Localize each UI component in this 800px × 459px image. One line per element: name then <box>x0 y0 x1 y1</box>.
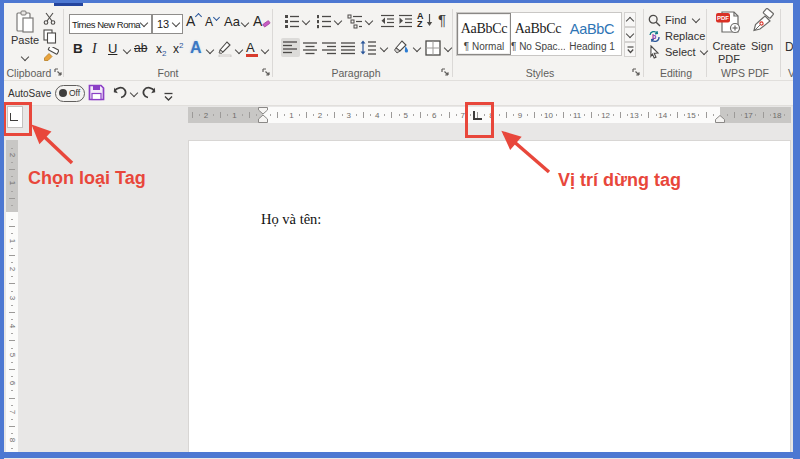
ruler-dot <box>227 114 228 116</box>
highlight-button[interactable] <box>217 40 233 57</box>
style-normal[interactable]: AaBbCc ¶ Normal <box>457 13 511 55</box>
justify-button[interactable] <box>341 41 356 54</box>
indent-markers[interactable] <box>257 107 269 123</box>
clear-formatting-button[interactable]: A <box>253 13 270 32</box>
font-name-combo[interactable]: Times New Roma <box>69 14 152 34</box>
show-marks-button[interactable]: ¶ <box>438 11 450 29</box>
line-spacing-button[interactable] <box>360 40 377 55</box>
more-styles-icon <box>627 46 634 54</box>
subscript-button[interactable]: x2 <box>156 42 170 58</box>
ruler-dot <box>342 114 343 116</box>
font-dialog-launcher[interactable] <box>262 68 271 77</box>
underline-button[interactable]: U <box>108 41 119 57</box>
copy-button[interactable] <box>43 29 58 44</box>
multilevel-list-button[interactable] <box>347 13 363 29</box>
window-border-left <box>0 0 4 459</box>
ruler-dot <box>613 114 614 116</box>
undo-button[interactable] <box>112 85 128 100</box>
qat-overflow-button[interactable] <box>163 88 174 98</box>
replace-label: Replace <box>665 30 705 42</box>
ruler-dot <box>627 114 628 116</box>
superscript-button[interactable]: x2 <box>173 41 187 57</box>
create-pdf-button[interactable]: PDF CreatePDF <box>712 8 746 64</box>
ruler-dot <box>370 114 371 116</box>
ruler-tick <box>534 112 535 118</box>
replace-icon-letter: b <box>652 33 656 40</box>
ruler-dot <box>413 114 414 116</box>
increase-indent-button[interactable] <box>398 13 413 29</box>
bold-button[interactable]: B <box>73 41 85 57</box>
align-center-button[interactable] <box>303 41 318 54</box>
style-heading1[interactable]: AaBbC Heading 1 <box>565 13 619 55</box>
align-right-button[interactable] <box>322 41 337 54</box>
ruler-dot <box>327 114 328 116</box>
replace-button[interactable]: b Replace <box>648 29 705 43</box>
ruler-dot <box>527 114 528 116</box>
ruler-number: 7 <box>7 407 17 417</box>
strikethrough-glyph: ab <box>134 41 147 55</box>
shrink-font-button[interactable]: A <box>205 15 220 31</box>
font-size-combo[interactable]: 13 <box>152 14 183 34</box>
styles-more-button[interactable] <box>624 42 636 57</box>
paste-button[interactable]: Paste <box>10 10 40 62</box>
ruler-dot <box>299 114 300 116</box>
ruler-dot <box>441 114 442 116</box>
cursor-icon <box>648 45 660 59</box>
numbering-button[interactable] <box>316 13 332 29</box>
find-button[interactable]: Find <box>648 13 699 27</box>
underline-glyph: U <box>108 41 117 56</box>
select-dropdown-icon <box>699 47 707 55</box>
font-color-button[interactable]: A <box>246 40 259 57</box>
ruler-number: 4 <box>7 321 17 331</box>
change-case-button[interactable]: Aa <box>224 14 248 32</box>
ruler-dot <box>11 262 13 263</box>
group-divider <box>63 9 64 77</box>
ruler-dot <box>270 114 271 116</box>
window-border-bottom <box>0 452 800 458</box>
cut-button[interactable] <box>43 11 57 24</box>
align-left-button[interactable] <box>281 38 300 57</box>
decrease-indent-button[interactable] <box>380 13 395 29</box>
numbering-icon <box>316 13 332 29</box>
text-effects-button[interactable]: A <box>190 39 205 57</box>
ruler-dot <box>456 114 457 116</box>
shading-button[interactable] <box>392 39 410 56</box>
style-no-spacing[interactable]: AaBbCc ¶ No Spac... <box>511 13 565 55</box>
save-button[interactable] <box>88 84 105 101</box>
ruler-number: 9 <box>515 111 525 121</box>
ruler-number: 5 <box>7 350 17 360</box>
ruler-tick <box>706 112 707 118</box>
sort-button[interactable]: A Z <box>417 12 433 29</box>
page[interactable] <box>188 140 791 454</box>
styles-gallery: AaBbCc ¶ Normal AaBbCc ¶ No Spac... AaBb… <box>456 12 622 56</box>
grow-font-button[interactable]: A <box>186 13 202 31</box>
styles-scroll-up-button[interactable] <box>624 12 636 27</box>
paragraph-group-label: Paragraph <box>308 67 404 79</box>
ruler-dot <box>741 114 742 116</box>
annotation-tab-stop: Vị trí dừng tag <box>558 170 681 191</box>
style-heading1-name: Heading 1 <box>565 41 619 52</box>
format-painter-button[interactable] <box>43 47 59 63</box>
clipboard-dialog-launcher[interactable] <box>54 68 63 77</box>
bullets-button[interactable] <box>284 13 300 29</box>
paragraph-dialog-launcher[interactable] <box>441 68 450 77</box>
ruler-dot <box>499 114 500 116</box>
ruler-dot <box>11 405 13 406</box>
strikethrough-button[interactable]: ab <box>134 41 152 57</box>
right-indent-marker[interactable] <box>714 115 726 123</box>
autosave-toggle[interactable]: Off <box>55 85 85 102</box>
select-button[interactable]: Select <box>648 45 707 59</box>
styles-scroll-down-button[interactable] <box>624 27 636 42</box>
ruler-dot <box>11 390 13 391</box>
ruler-dot <box>11 276 13 277</box>
redo-button[interactable] <box>141 85 157 100</box>
document-text[interactable]: Họ và tên: <box>261 211 321 228</box>
ruler-dot <box>213 114 214 116</box>
ruler-tick <box>420 112 421 118</box>
sign-button[interactable]: Sign <box>748 8 776 64</box>
ruler-tick <box>449 112 450 118</box>
vertical-ruler[interactable]: 2112345678 <box>6 140 18 452</box>
italic-button[interactable]: I <box>92 41 102 57</box>
borders-button[interactable] <box>425 40 441 56</box>
sort-arrow-icon <box>426 14 433 27</box>
